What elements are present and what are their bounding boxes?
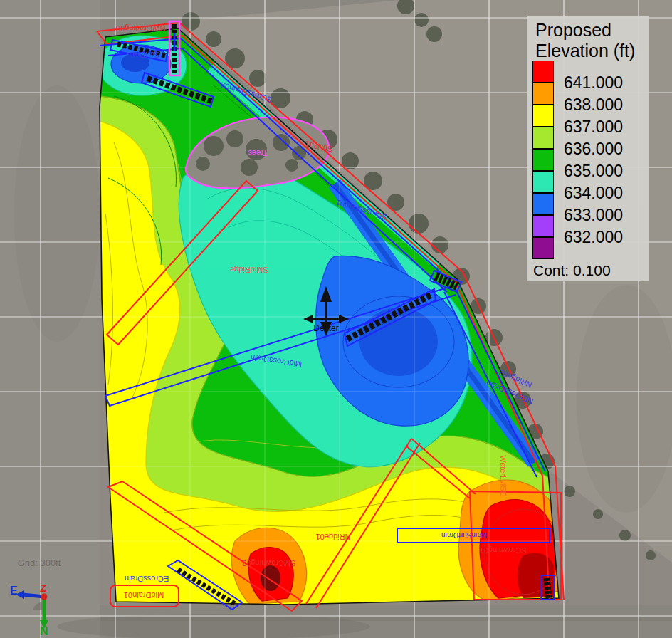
east-axis-label: E [10, 585, 18, 597]
map-label-smidridge: SMidRidge [230, 266, 268, 274]
z-axis-label: Z [40, 582, 46, 594]
axis-origin [41, 594, 48, 600]
east-axis-arrow [23, 595, 44, 597]
legend-panel: Proposed Elevation (ft) 641.000638.00063… [527, 16, 649, 281]
legend-swatch-band-636-637 [532, 127, 554, 149]
map-label-scrowning01: SCrowning01 [480, 546, 527, 555]
map-label-ecrossdrain: ECrossDrain [125, 575, 169, 583]
legend-value-638.000: 638.000 [564, 95, 623, 114]
legend-value-633.000: 633.000 [564, 206, 623, 224]
map-label-dexter: Dexter [313, 323, 338, 333]
legend-title: Proposed Elevation (ft) [527, 16, 649, 61]
map-label-waterlvlse: WaterLvlSE [499, 455, 508, 496]
legend-swatch-band-637-638 [532, 105, 554, 127]
map-viewport[interactable]: Proposed Elevation (ft) 641.000638.00063… [0, 0, 672, 638]
map-label-nwgrading03: NWGrading03 [116, 24, 166, 33]
legend-title-line2: Elevation (ft) [535, 41, 649, 61]
legend-swatch-band-below-632 [532, 237, 554, 259]
legend-title-line1: Proposed [535, 20, 649, 41]
north-axis-label: N [40, 625, 48, 637]
legend-swatch-band-above-641 [532, 61, 554, 83]
map-label-trees: Trees [248, 149, 268, 157]
legend-value-641.000: 641.000 [564, 73, 623, 92]
map-label-smcrowning02: SMCrowning02 [242, 559, 295, 568]
legend-swatch-band-635-636 [532, 149, 554, 171]
legend-value-636.000: 636.000 [564, 140, 623, 158]
legend-swatch-band-632-633 [532, 215, 554, 237]
axis-indicator: E Z N [0, 566, 78, 637]
legend-swatch-band-634-635 [532, 171, 554, 193]
legend-value-635.000: 635.000 [564, 162, 623, 180]
map-label-nridge01: NRidge01 [316, 533, 351, 541]
legend-value-634.000: 634.000 [564, 184, 623, 202]
map-label-surfdrain: SurfDrain [127, 51, 159, 59]
legend-value-637.000: 637.000 [564, 117, 623, 136]
map-label-middrain01: MidDrain01 [124, 591, 164, 600]
legend-contour-interval: Cont: 0.100 [533, 262, 611, 279]
legend-value-632.000: 632.000 [564, 228, 623, 246]
legend-swatch-band-638-641 [532, 83, 554, 105]
legend-swatch-band-633-634 [532, 193, 554, 215]
map-label-mainsurfdrain: MainSurfDrain [441, 531, 487, 539]
